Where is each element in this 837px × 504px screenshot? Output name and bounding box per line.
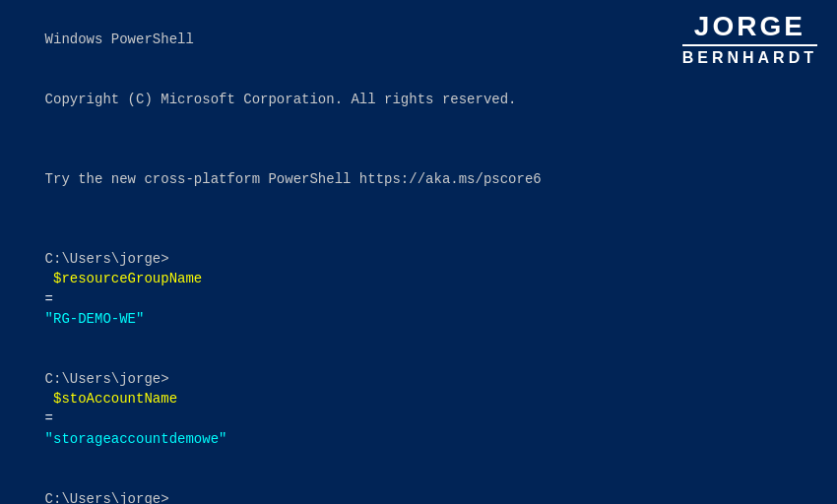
cmd-rg-var: $resourceGroupName — [45, 271, 211, 286]
cmd-rg-val: "RG-DEMO-WE" — [45, 311, 145, 327]
prompt-2: C:\Users\jorge> — [45, 371, 169, 387]
line-update-cmd: C:\Users\jorge> Update-AzStorageBlobServ… — [12, 469, 825, 504]
text-copyright: Copyright (C) Microsoft Corporation. All… — [45, 92, 517, 107]
text-powershell: Windows PowerShell — [45, 32, 194, 47]
blank-line-1 — [12, 130, 825, 150]
logo-bernhardt: BERNHARDT — [682, 44, 817, 67]
cmd-sto-val: "storageaccountdemowe" — [45, 431, 227, 447]
cmd-sto-var: $stoAccountName — [45, 391, 186, 407]
line-copyright: Copyright (C) Microsoft Corporation. All… — [12, 70, 825, 130]
logo-jorge: JORGE — [682, 12, 817, 42]
cmd-rg-eq: = — [45, 291, 62, 307]
logo-container: JORGE BERNHARDT — [682, 12, 817, 67]
prompt-1: C:\Users\jorge> — [45, 251, 169, 267]
line-sto-var: C:\Users\jorge> $stoAccountName = "stora… — [12, 348, 825, 469]
cmd-sto-eq: = — [45, 410, 62, 426]
text-pscore: Try the new cross-platform PowerShell ht… — [45, 171, 542, 187]
line-rg-var: C:\Users\jorge> $resourceGroupName = "RG… — [12, 229, 825, 349]
terminal-window: Windows PowerShell Copyright (C) Microso… — [0, 0, 837, 504]
prompt-3: C:\Users\jorge> — [45, 491, 169, 504]
blank-line-2 — [12, 210, 825, 229]
line-pscore: Try the new cross-platform PowerShell ht… — [12, 150, 825, 210]
